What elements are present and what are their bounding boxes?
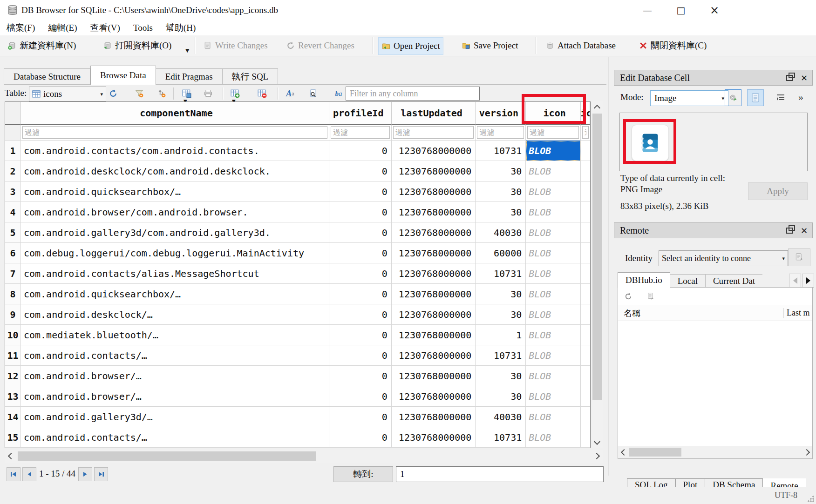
cell-version[interactable]: 30	[476, 386, 526, 407]
cell-icon-blob[interactable]: BLOB	[526, 181, 581, 202]
import-data-button[interactable]	[725, 89, 741, 106]
more-tools-chevron[interactable]: »	[798, 91, 803, 103]
tab-browse-data[interactable]: Browse Data	[90, 66, 156, 85]
scroll-left-arrow[interactable]	[5, 450, 16, 463]
cell-version[interactable]: 30	[476, 202, 526, 222]
column-header-profileId[interactable]: profileId	[329, 102, 392, 125]
table-selector[interactable]: icons ▾	[29, 87, 106, 101]
cell-partial[interactable]	[581, 161, 590, 181]
clear-sort-icon[interactable]	[156, 87, 168, 100]
cell-lastUpdated[interactable]: 1230768000000	[392, 141, 476, 161]
cell-version[interactable]: 60000	[476, 243, 526, 263]
cell-icon-blob[interactable]: BLOB	[526, 263, 581, 284]
remote-name-column-header[interactable]: 名稱	[618, 308, 783, 319]
vertical-scroll-thumb[interactable]	[592, 114, 602, 400]
cell-lastUpdated[interactable]: 1230768000000	[392, 345, 476, 366]
cell-profileId[interactable]: 0	[329, 386, 392, 407]
cell-partial[interactable]	[581, 263, 590, 284]
tabs-scroll-left-button[interactable]	[789, 274, 801, 288]
filter-input-profileId[interactable]	[331, 126, 390, 139]
grid-vertical-scrollbar[interactable]	[591, 101, 603, 448]
cell-profileId[interactable]: 0	[329, 263, 392, 284]
save-record-icon[interactable]	[181, 87, 193, 100]
cell-lastUpdated[interactable]: 1230768000000	[392, 427, 476, 448]
apply-button[interactable]: Apply	[748, 182, 808, 200]
print-icon[interactable]	[202, 87, 214, 100]
cell-icon-blob[interactable]: BLOB	[526, 407, 581, 427]
menu-item-0[interactable]: 檔案(F)	[0, 20, 41, 35]
tab-edit-pragmas[interactable]: Edit Pragmas	[156, 68, 223, 85]
cell-profileId[interactable]: 0	[329, 325, 392, 345]
scroll-left-arrow[interactable]	[618, 446, 628, 458]
import-certificate-button[interactable]	[788, 249, 810, 266]
cell-lastUpdated[interactable]: 1230768000000	[392, 325, 476, 345]
menu-item-3[interactable]: Tools	[127, 20, 159, 35]
scroll-up-arrow[interactable]	[591, 101, 603, 113]
save-project-button[interactable]: Save Project	[459, 37, 521, 54]
close-database-button[interactable]: 關閉資料庫(C)	[636, 37, 709, 54]
title-bar[interactable]: DB Browser for SQLite - C:\Users\awinh\O…	[0, 0, 816, 20]
filter-input-componentName[interactable]	[22, 126, 327, 139]
write-changes-button[interactable]: Write Changes	[200, 37, 271, 54]
cell-version[interactable]: 30	[476, 366, 526, 386]
cell-lastUpdated[interactable]: 1230768000000	[392, 222, 476, 243]
close-panel-icon[interactable]: ✕	[801, 73, 808, 83]
tabs-scroll-right-button[interactable]	[802, 274, 814, 288]
global-filter-input[interactable]	[346, 87, 480, 101]
mode-selector[interactable]: Image ▾	[650, 90, 728, 106]
remote-horizontal-scrollbar[interactable]	[618, 446, 812, 458]
float-panel-icon[interactable]	[786, 75, 793, 81]
cell-icon-blob[interactable]: BLOB	[526, 427, 581, 448]
new-database-button[interactable]: 新建資料庫(N)	[5, 37, 79, 54]
open-database-button[interactable]: 打開資料庫(O)	[100, 37, 174, 54]
first-record-button[interactable]	[7, 467, 20, 481]
remote-tab-local[interactable]: Local	[670, 274, 706, 288]
cell-partial[interactable]	[581, 243, 590, 263]
insert-record-icon[interactable]	[229, 87, 241, 100]
cell-profileId[interactable]: 0	[329, 366, 392, 386]
revert-changes-button[interactable]: Revert Changes	[283, 37, 357, 54]
cell-profileId[interactable]: 0	[329, 161, 392, 181]
encoding-selector[interactable]: UTF-8	[775, 491, 797, 500]
cell-profileId[interactable]: 0	[329, 243, 392, 263]
tab-database-structure[interactable]: Database Structure	[4, 68, 90, 85]
cell-componentName[interactable]: com.android.contacts/com.android.contact…	[21, 141, 329, 161]
cell-partial[interactable]	[581, 284, 590, 304]
cell-partial[interactable]	[581, 222, 590, 243]
cell-version[interactable]: 30	[476, 304, 526, 325]
scroll-down-arrow[interactable]	[591, 437, 603, 448]
remote-clone-icon[interactable]	[645, 290, 657, 302]
menu-item-4[interactable]: 幫助(H)	[159, 20, 202, 35]
edit-cell-icon[interactable]: Aa	[284, 87, 296, 100]
menu-item-2[interactable]: 查看(V)	[84, 20, 127, 35]
grid-horizontal-scrollbar[interactable]	[5, 450, 603, 463]
find-in-cells-icon[interactable]	[307, 87, 320, 100]
cell-version[interactable]: 10731	[476, 141, 526, 161]
minimize-button[interactable]: —	[637, 0, 658, 20]
horizontal-scroll-thumb[interactable]	[629, 448, 681, 457]
previous-record-button[interactable]	[22, 467, 36, 481]
cell-version[interactable]: 10731	[476, 263, 526, 284]
cell-lastUpdated[interactable]: 1230768000000	[392, 284, 476, 304]
cell-version[interactable]: 30	[476, 161, 526, 181]
cell-icon-blob[interactable]: BLOB	[526, 141, 581, 161]
cell-icon-blob[interactable]: BLOB	[526, 325, 581, 345]
next-record-button[interactable]	[78, 467, 92, 481]
cell-componentName[interactable]: com.debug.loggerui/com.debug.loggerui.Ma…	[21, 243, 329, 263]
cell-profileId[interactable]: 0	[329, 181, 392, 202]
goto-input[interactable]	[396, 466, 604, 482]
cell-componentName[interactable]: com.android.contacts/…	[21, 345, 329, 366]
text-mode-button[interactable]	[747, 89, 764, 106]
scroll-right-arrow[interactable]	[592, 450, 603, 463]
cell-componentName[interactable]: com.android.contacts/…	[21, 427, 329, 448]
maximize-button[interactable]: □	[671, 0, 691, 20]
remote-last-modified-column-header[interactable]: Last m	[783, 308, 812, 318]
cell-profileId[interactable]: 0	[329, 345, 392, 366]
close-panel-icon[interactable]: ✕	[801, 226, 808, 235]
filter-input-version[interactable]	[477, 126, 524, 139]
cell-icon-blob[interactable]: BLOB	[526, 202, 581, 222]
cell-partial[interactable]	[581, 141, 590, 161]
cell-partial[interactable]	[581, 202, 590, 222]
cell-lastUpdated[interactable]: 1230768000000	[392, 243, 476, 263]
cell-lastUpdated[interactable]: 1230768000000	[392, 181, 476, 202]
